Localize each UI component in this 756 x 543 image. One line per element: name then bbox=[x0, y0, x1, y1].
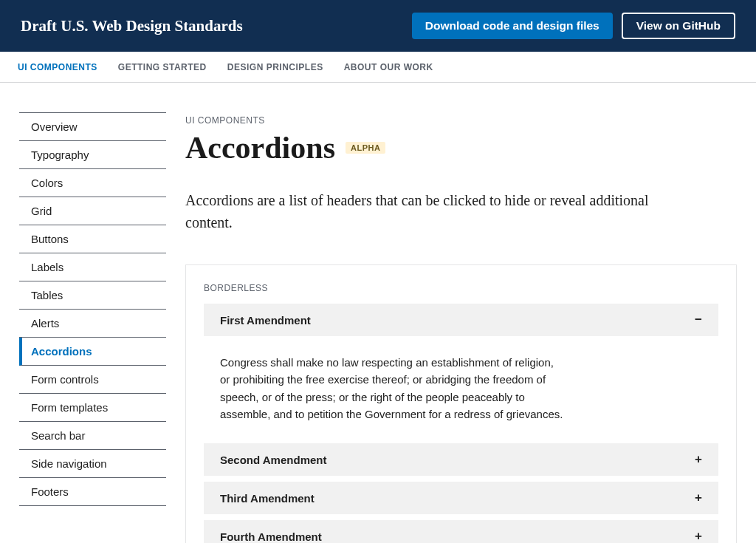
accordion-header-first[interactable]: First Amendment − bbox=[204, 304, 718, 336]
example-box: BORDERLESS First Amendment − Congress sh… bbox=[185, 264, 737, 543]
accordion-title: First Amendment bbox=[220, 314, 311, 327]
sidebar-item-alerts[interactable]: Alerts bbox=[19, 310, 166, 338]
download-button[interactable]: Download code and design files bbox=[412, 13, 613, 39]
accordion-header-fourth[interactable]: Fourth Amendment + bbox=[204, 520, 718, 543]
accordion-content-first: Congress shall make no law respecting an… bbox=[204, 342, 580, 443]
accordion-header-third[interactable]: Third Amendment + bbox=[204, 482, 718, 514]
status-badge: ALPHA bbox=[346, 142, 385, 154]
sidebar-item-overview[interactable]: Overview bbox=[19, 112, 166, 141]
accordion: First Amendment − Congress shall make no… bbox=[204, 304, 718, 543]
sidebar-item-form-controls[interactable]: Form controls bbox=[19, 366, 166, 394]
page-title-row: Accordions ALPHA bbox=[185, 130, 737, 165]
tab-about-our-work[interactable]: ABOUT OUR WORK bbox=[344, 62, 433, 72]
tab-getting-started[interactable]: GETTING STARTED bbox=[118, 62, 207, 72]
header-buttons: Download code and design files View on G… bbox=[412, 13, 735, 39]
sidebar-item-footers[interactable]: Footers bbox=[19, 478, 166, 506]
top-nav-tabs: UI COMPONENTS GETTING STARTED DESIGN PRI… bbox=[0, 52, 756, 83]
sidebar-item-colors[interactable]: Colors bbox=[19, 169, 166, 197]
sidebar-item-form-templates[interactable]: Form templates bbox=[19, 394, 166, 422]
example-label: BORDERLESS bbox=[204, 283, 718, 293]
sidebar: Overview Typography Colors Grid Buttons … bbox=[0, 83, 166, 543]
minus-icon: − bbox=[695, 313, 702, 327]
plus-icon: + bbox=[695, 529, 702, 543]
sidebar-item-accordions[interactable]: Accordions bbox=[19, 338, 166, 366]
sidebar-item-buttons[interactable]: Buttons bbox=[19, 225, 166, 253]
accordion-title: Third Amendment bbox=[220, 492, 315, 505]
accordion-title: Fourth Amendment bbox=[220, 530, 322, 543]
sidebar-item-labels[interactable]: Labels bbox=[19, 253, 166, 281]
tab-design-principles[interactable]: DESIGN PRINCIPLES bbox=[227, 62, 323, 72]
tab-ui-components[interactable]: UI COMPONENTS bbox=[18, 62, 97, 72]
intro-text: Accordions are a list of headers that ca… bbox=[185, 189, 658, 233]
eyebrow: UI COMPONENTS bbox=[185, 115, 737, 126]
site-header: Draft U.S. Web Design Standards Download… bbox=[0, 0, 756, 52]
plus-icon: + bbox=[695, 452, 702, 467]
github-button[interactable]: View on GitHub bbox=[622, 13, 735, 39]
site-title[interactable]: Draft U.S. Web Design Standards bbox=[21, 17, 243, 35]
accordion-title: Second Amendment bbox=[220, 454, 326, 466]
sidebar-list: Overview Typography Colors Grid Buttons … bbox=[19, 112, 166, 506]
plus-icon: + bbox=[695, 491, 702, 505]
sidebar-item-typography[interactable]: Typography bbox=[19, 141, 166, 169]
sidebar-item-tables[interactable]: Tables bbox=[19, 281, 166, 310]
sidebar-item-side-navigation[interactable]: Side navigation bbox=[19, 450, 166, 478]
main-content: UI COMPONENTS Accordions ALPHA Accordion… bbox=[166, 83, 756, 543]
page-title: Accordions bbox=[185, 130, 335, 165]
accordion-header-second[interactable]: Second Amendment + bbox=[204, 443, 718, 476]
sidebar-item-search-bar[interactable]: Search bar bbox=[19, 422, 166, 450]
sidebar-item-grid[interactable]: Grid bbox=[19, 197, 166, 225]
